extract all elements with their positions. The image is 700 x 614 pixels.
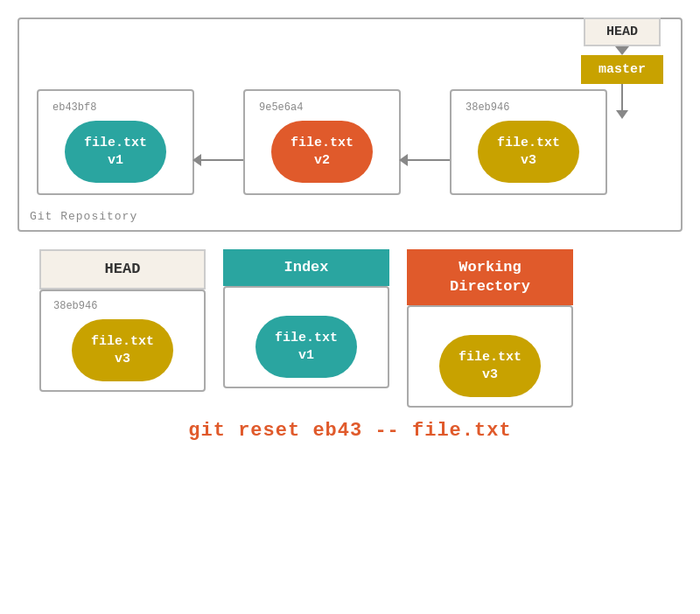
git-repo-box: HEAD master eb43bf8 file.txt v1 xyxy=(18,17,682,232)
commit-id-3: 38eb946 xyxy=(466,101,509,114)
index-area: Index file.txt v1 xyxy=(219,249,394,408)
index-blob: file.txt v1 xyxy=(256,316,357,378)
master-to-commit-arrow xyxy=(616,84,628,119)
blob-3: file.txt v3 xyxy=(478,121,579,183)
head-area-box: 38eb946 file.txt v3 xyxy=(39,290,206,392)
head-label: HEAD xyxy=(584,17,661,46)
workdir-area-label: WorkingDirectory xyxy=(407,249,573,305)
commit-box-3: 38eb946 file.txt v3 xyxy=(450,89,607,195)
head-area: HEAD 38eb946 file.txt v3 xyxy=(35,249,210,408)
commit-box-2: 9e5e6a4 file.txt v2 xyxy=(243,89,401,195)
main-container: HEAD master eb43bf8 file.txt v1 xyxy=(0,0,700,459)
index-area-label: Index xyxy=(223,249,389,286)
head-blob: file.txt v3 xyxy=(72,319,173,381)
commit-box-1: eb43bf8 file.txt v1 xyxy=(37,89,194,195)
commit-id-2: 9e5e6a4 xyxy=(259,101,303,114)
areas-row: HEAD 38eb946 file.txt v3 Index file.txt xyxy=(18,249,682,408)
index-area-box: file.txt v1 xyxy=(223,286,389,388)
blob-2: file.txt v2 xyxy=(271,121,373,183)
commits-row: eb43bf8 file.txt v1 9e5e6a4 file.txt v2 xyxy=(37,89,663,221)
arrow-3-to-2 xyxy=(399,154,452,166)
index-commit-id xyxy=(237,297,243,309)
workdir-commit-id xyxy=(421,316,427,328)
workdir-blob: file.txt v3 xyxy=(439,335,541,397)
head-area-label: HEAD xyxy=(39,249,206,290)
workdir-area-box: file.txt v3 xyxy=(407,305,573,408)
workdir-area: WorkingDirectory file.txt v3 xyxy=(402,249,578,408)
master-label: master xyxy=(581,55,663,84)
head-to-master-arrow xyxy=(615,46,629,55)
git-command: git reset eb43 -- file.txt xyxy=(18,420,682,442)
arrow-2-to-1 xyxy=(192,154,245,166)
bottom-section: HEAD 38eb946 file.txt v3 Index file.txt xyxy=(18,249,682,442)
head-commit-id: 38eb946 xyxy=(53,300,97,312)
blob-1: file.txt v1 xyxy=(65,121,166,183)
git-repo-label: Git Repository xyxy=(30,210,137,223)
commit-id-1: eb43bf8 xyxy=(52,101,96,114)
